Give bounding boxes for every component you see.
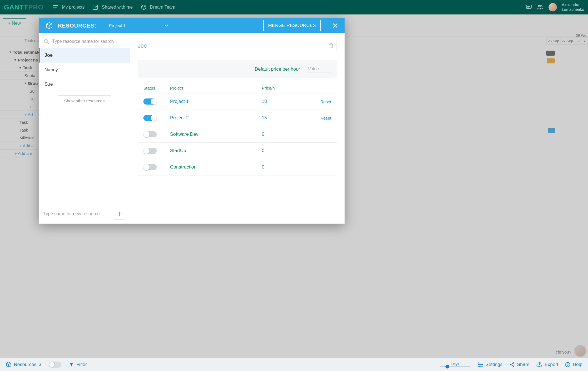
project-name[interactable]: Project 2 [170,115,262,121]
modal-left-panel: JoeNancySueShow other resources [39,33,130,224]
svg-point-6 [538,5,540,7]
project-name[interactable]: Project 1 [170,99,262,104]
project-name: Software Dev [170,132,262,137]
status-toggle[interactable] [143,164,157,170]
search-input[interactable] [52,37,125,46]
svg-point-9 [478,362,479,363]
help-button[interactable]: ? Help [565,362,582,367]
price-cell[interactable]: 10 [262,99,306,104]
trash-icon [329,43,334,48]
modal-right-panel: Default price per hour Status Project Pr… [130,33,345,224]
table-row: Project 215Reset [138,110,337,126]
export-button[interactable]: Export [536,362,558,367]
status-toggle[interactable] [143,115,157,121]
table-row: Software Dev0 [138,126,337,143]
col-status: Status [143,86,170,90]
table-row: StartUp0 [138,143,337,159]
user-name[interactable]: Alexandra Lomachenko [562,3,584,12]
export-label: Export [545,362,558,367]
status-toggle[interactable] [143,148,157,154]
merge-resources-button[interactable]: MERGE RESOURCES [263,20,321,31]
bottom-toolbar: Resources 3 Filter Days Settings Share E… [0,358,588,371]
resource-item[interactable]: Joe [39,48,130,63]
modal-title: RESOURCES: [58,23,96,29]
show-other-resources-button[interactable]: Show other resources [58,95,111,106]
svg-point-4 [143,8,144,9]
search-row [39,33,130,48]
svg-point-11 [479,366,480,367]
filter-button[interactable]: Filter [69,362,87,367]
add-resource-input[interactable] [43,210,110,218]
resources-button[interactable]: Resources 3 [6,362,41,368]
resource-name-input[interactable] [138,43,326,49]
svg-point-3 [144,6,145,7]
search-icon [44,39,49,44]
table-header: Status Project Price/h [138,83,337,93]
team-icon [141,4,147,10]
nav-shared[interactable]: Shared with me [88,4,136,10]
zoom-control[interactable]: Days [440,362,470,367]
user-name-line1: Alexandra [562,3,584,7]
sliders-icon [477,362,483,367]
cube-icon [46,22,53,29]
share-arrow-icon [92,4,98,10]
logo-text-a: GANTT [4,3,28,11]
price-cell[interactable]: 15 [262,115,306,121]
reset-link[interactable]: Reset [306,116,331,120]
header-right: Alexandra Lomachenko [526,3,584,12]
default-price-label: Default price per hour [255,66,300,72]
share-button[interactable]: Share [509,362,530,367]
reset-link[interactable]: Reset [306,99,331,104]
settings-button[interactable]: Settings [477,362,502,367]
close-icon[interactable] [332,23,338,28]
help-label: Help [573,362,582,367]
nav-my-projects-label: My projects [62,5,85,10]
nav-team[interactable]: Dream Team [137,4,179,10]
project-select[interactable]: Project 1 [109,22,168,29]
filter-label: Filter [76,362,87,367]
chat-icon[interactable] [526,4,532,10]
add-resource-button[interactable] [114,208,125,220]
plus-icon [117,211,122,216]
delete-resource-button[interactable] [326,40,337,51]
resource-item[interactable]: Sue [39,77,130,91]
price-cell[interactable]: 0 [262,132,306,137]
project-table: Status Project Price/h Project 110ResetP… [138,83,337,175]
logo-text-b: PRO [28,3,44,11]
app-header: GANTTPRO My projects Shared with me Drea… [0,0,588,14]
help-icon: ? [565,362,570,367]
logo: GANTTPRO [4,3,44,11]
export-icon [536,362,542,367]
resource-list: JoeNancySueShow other resources [39,48,130,204]
list-icon [53,4,59,10]
user-name-line2: Lomachenko [562,7,584,12]
zoom-label: Days [451,362,459,366]
status-toggle[interactable] [143,98,157,105]
table-row: Construction0 [138,159,337,175]
nav-shared-label: Shared with me [102,5,133,10]
cube-icon [6,362,12,368]
chevron-down-icon [165,24,168,27]
nav-my-projects[interactable]: My projects [49,4,89,10]
share-icon [509,362,515,367]
svg-point-10 [481,364,482,365]
resource-item[interactable]: Nancy [39,63,130,77]
add-resource-row [39,204,130,224]
svg-point-2 [142,6,143,7]
modal-header: RESOURCES: Project 1 MERGE RESOURCES [39,18,345,33]
people-icon[interactable] [537,4,544,10]
share-label: Share [517,362,530,367]
resources-count: 3 [39,362,41,367]
nav-team-label: Dream Team [150,5,175,10]
project-select-value: Project 1 [109,23,125,28]
col-project: Project [170,86,262,90]
status-toggle[interactable] [143,131,157,137]
price-cell[interactable]: 0 [262,164,306,170]
resources-toggle[interactable] [49,362,61,368]
svg-text:?: ? [567,363,569,366]
zoom-slider[interactable] [440,366,470,367]
avatar[interactable] [549,3,557,11]
price-cell[interactable]: 0 [262,148,306,154]
svg-point-1 [141,5,146,9]
default-price-input[interactable] [307,65,331,73]
